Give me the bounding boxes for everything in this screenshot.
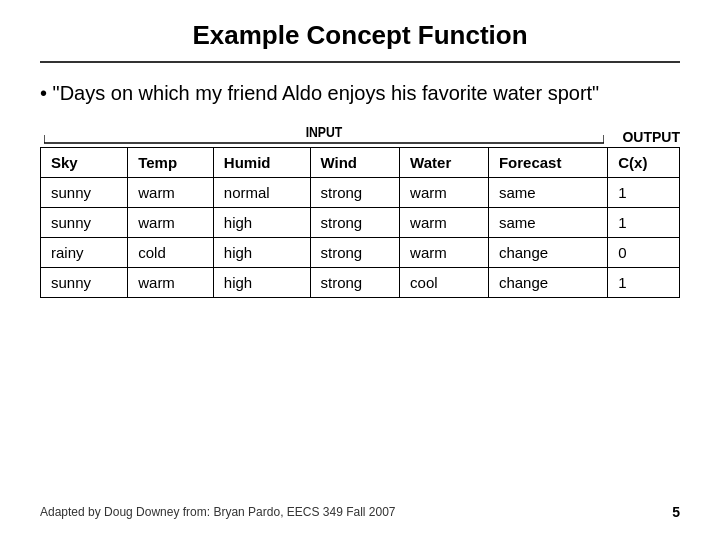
footer-credit: Adapted by Doug Downey from: Bryan Pardo… [40, 505, 396, 519]
table-cell: sunny [41, 178, 128, 208]
table-cell: strong [310, 238, 400, 268]
table-cell: 1 [608, 268, 680, 298]
table-cell: same [488, 178, 607, 208]
table-row: sunnywarmnormalstrongwarmsame1 [41, 178, 680, 208]
table-cell: change [488, 268, 607, 298]
bracket-row: INPUT OUTPUT [40, 125, 680, 145]
table-cell: cold [128, 238, 214, 268]
col-temp: Temp [128, 148, 214, 178]
col-cx: C(x) [608, 148, 680, 178]
table-cell: warm [128, 178, 214, 208]
table-cell: strong [310, 268, 400, 298]
table-cell: same [488, 208, 607, 238]
table-body: sunnywarmnormalstrongwarmsame1sunnywarmh… [41, 178, 680, 298]
table-row: rainycoldhighstrongwarmchange0 [41, 238, 680, 268]
table-cell: warm [400, 178, 489, 208]
footer: Adapted by Doug Downey from: Bryan Pardo… [40, 504, 680, 520]
table-cell: strong [310, 208, 400, 238]
table-section: INPUT OUTPUT Sky Temp Humid Wind Water F… [40, 125, 680, 488]
output-label: OUTPUT [622, 129, 680, 145]
table-cell: warm [400, 238, 489, 268]
table-cell: normal [213, 178, 310, 208]
svg-text:INPUT: INPUT [306, 125, 343, 140]
table-cell: high [213, 238, 310, 268]
table-cell: sunny [41, 208, 128, 238]
page-number: 5 [672, 504, 680, 520]
table-row: sunnywarmhighstrongcoolchange1 [41, 268, 680, 298]
col-wind: Wind [310, 148, 400, 178]
slide: Example Concept Function • "Days on whic… [0, 0, 720, 540]
table-cell: high [213, 208, 310, 238]
table-cell: change [488, 238, 607, 268]
table-cell: strong [310, 178, 400, 208]
table-cell: warm [128, 208, 214, 238]
col-forecast: Forecast [488, 148, 607, 178]
col-sky: Sky [41, 148, 128, 178]
table-cell: 0 [608, 238, 680, 268]
table-row: sunnywarmhighstrongwarmsame1 [41, 208, 680, 238]
input-bracket-svg: INPUT [44, 125, 604, 145]
table-cell: 1 [608, 208, 680, 238]
table-cell: sunny [41, 268, 128, 298]
col-humid: Humid [213, 148, 310, 178]
table-cell: warm [128, 268, 214, 298]
col-water: Water [400, 148, 489, 178]
table-cell: 1 [608, 178, 680, 208]
data-table: Sky Temp Humid Wind Water Forecast C(x) … [40, 147, 680, 298]
table-cell: high [213, 268, 310, 298]
slide-title: Example Concept Function [40, 20, 680, 63]
table-cell: rainy [41, 238, 128, 268]
table-header-row: Sky Temp Humid Wind Water Forecast C(x) [41, 148, 680, 178]
bullet-point: • "Days on which my friend Aldo enjoys h… [40, 79, 680, 107]
table-cell: cool [400, 268, 489, 298]
table-cell: warm [400, 208, 489, 238]
